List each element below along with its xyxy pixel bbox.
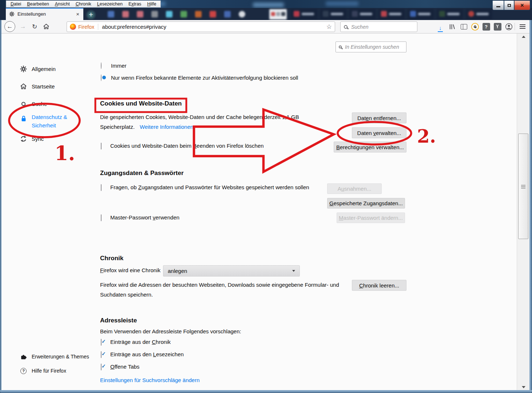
sidebar-item-datenschutz[interactable]: Datenschutz & Sicherheit — [20, 113, 67, 121]
section-heading-cookies: Cookies und Website-Daten — [100, 99, 182, 108]
select-chronik-mode[interactable]: anlegen — [163, 265, 300, 277]
minimize-icon — [496, 6, 500, 7]
checkbox-icon — [101, 214, 102, 221]
navigation-toolbar: ← → ↻ Firefox about:preferences#privacy … — [0, 20, 532, 33]
blurred-tabs[interactable] — [103, 8, 493, 20]
checkbox-offene-tabs-label: Offene Tabs — [110, 364, 139, 370]
library-button[interactable] — [447, 22, 457, 31]
toolbar-separator — [515, 23, 515, 30]
checkbox-fragen-label: Fragen, ob Zugangsdaten und Passwörter f… — [110, 184, 309, 190]
reload-button[interactable]: ↻ — [29, 21, 40, 32]
menu-item-lesezeichen[interactable]: Lesezeichen — [94, 1, 126, 7]
chronik-select-label: Firefox wird eine Chronik — [100, 267, 160, 273]
checkbox-master-label: Master-Passwort verwenden — [110, 214, 179, 221]
button-chronik-leeren[interactable]: Chronik leeren... — [352, 280, 406, 291]
blurred-title-text-2 — [326, 1, 358, 6]
tab-close-icon[interactable]: × — [75, 11, 80, 17]
home-icon — [43, 23, 49, 30]
menu-item-ansicht[interactable]: Ansicht — [52, 1, 73, 7]
urlbar[interactable]: Firefox about:preferences#privacy ☆ — [67, 21, 335, 32]
checkbox-cookies-loeschen-label: Cookies und Website-Daten beim Beenden v… — [110, 143, 264, 149]
menu-item-hilfe[interactable]: Hilfe — [144, 1, 159, 7]
button-berechtigungen-verwalten[interactable]: Berechtigungen verwalten... — [334, 142, 406, 152]
urlbar-url[interactable]: about:preferences#privacy — [102, 24, 326, 30]
account-icon — [505, 23, 513, 31]
window-minimize-button[interactable] — [492, 1, 504, 10]
menu-item-bearbeiten[interactable]: Bearbeiten — [24, 1, 52, 7]
scrollbar-up-button[interactable] — [517, 33, 530, 40]
settings-search[interactable] — [336, 41, 406, 52]
window-border-left — [0, 20, 1, 393]
sidebar-item-startseite[interactable]: Startseite — [20, 82, 55, 90]
button-master-passwort-aendern[interactable]: Master-Passwort ändern... — [337, 213, 405, 223]
scrollbar-down-button[interactable] — [517, 384, 530, 390]
extension-help-button[interactable]: ? — [481, 22, 491, 31]
checkbox-cookies-loeschen[interactable] — [101, 143, 102, 150]
identity-label: Firefox — [78, 24, 94, 30]
menu-item-chronik[interactable]: Chronik — [73, 1, 94, 7]
sidebars-button[interactable] — [459, 22, 469, 31]
app-menu-button[interactable] — [517, 22, 528, 31]
window-titlebar: Datei Bearbeiten Ansicht Chronik Lesezei… — [0, 0, 532, 8]
arrow-up-icon — [522, 36, 525, 38]
extension-search-button[interactable] — [470, 22, 480, 31]
link-weitere-informationen[interactable]: Weitere Informationen — [140, 124, 193, 130]
radio-immer[interactable] — [101, 63, 102, 69]
checkbox-eintraege-chronik[interactable] — [101, 339, 102, 346]
settings-page: Allgemein Startseite Suche Datenschutz &… — [0, 33, 517, 390]
identity-badge[interactable]: Firefox — [70, 24, 98, 30]
home-button[interactable] — [41, 21, 52, 32]
radio-immer-label: Immer — [111, 63, 127, 69]
downloads-button[interactable]: ↓ — [435, 22, 445, 31]
menu-item-datei[interactable]: Datei — [8, 1, 24, 7]
puzzle-icon — [20, 353, 27, 360]
home-icon — [20, 83, 27, 90]
chronik-description-line2: Suchdaten speichern. — [100, 291, 153, 298]
adressleiste-intro: Beim Verwenden der Adressleiste Folgende… — [100, 328, 241, 334]
gear-icon — [20, 66, 27, 72]
browser-search-input[interactable] — [350, 24, 414, 30]
account-button[interactable] — [504, 22, 514, 31]
button-daten-entfernen[interactable]: Daten entfernen... — [352, 112, 406, 123]
menubar: Datei Bearbeiten Ansicht Chronik Lesezei… — [6, 0, 161, 8]
settings-search-input[interactable] — [344, 44, 403, 50]
button-daten-verwalten[interactable]: Daten verwalten... — [352, 127, 406, 138]
checkbox-fragen-zugangsdaten[interactable] — [101, 184, 102, 191]
forward-button[interactable]: → — [17, 21, 28, 32]
menu-item-extras[interactable]: Extras — [126, 1, 144, 7]
section-heading-logins: Zugangsdaten & Passwörter — [100, 170, 184, 177]
scrollbar[interactable] — [517, 33, 529, 390]
checkbox-offene-tabs[interactable] — [101, 364, 102, 370]
bookmark-star-icon[interactable]: ☆ — [326, 23, 332, 31]
extension-clipper-button[interactable] — [492, 22, 503, 31]
back-button[interactable]: ← — [4, 21, 15, 32]
sidebar-item-sync[interactable]: Sync — [20, 135, 44, 143]
window-border-bottom — [0, 390, 532, 393]
lock-icon — [20, 115, 27, 122]
hamburger-icon — [520, 26, 525, 27]
section-heading-chronik: Chronik — [100, 255, 123, 262]
checkbox-master-passwort[interactable] — [101, 215, 102, 221]
checkbox-checked-icon — [101, 351, 102, 358]
checkbox-checked-icon — [101, 339, 102, 346]
button-gespeicherte-zugangsdaten[interactable]: Gespeicherte Zugangsdaten... — [327, 198, 405, 209]
tab-strip: Einstellungen × + — [0, 8, 532, 20]
browser-search[interactable] — [340, 21, 417, 32]
checkbox-eintraege-lesezeichen[interactable] — [101, 352, 102, 358]
checkbox-icon — [101, 143, 102, 150]
tab-title: Einstellungen — [17, 11, 75, 17]
radio-nur-wenn-bekannt[interactable] — [101, 75, 102, 81]
sidebar-item-suche[interactable]: Suche — [20, 100, 47, 108]
sidebar-item-erweiterungen[interactable]: Erweiterungen & Themes — [20, 353, 89, 361]
checkbox-eintraege-lesezeichen-label: Einträge aus den Lesezeichen — [110, 351, 184, 357]
sidebar-item-allgemein[interactable]: Allgemein — [20, 65, 56, 73]
window-maximize-button[interactable] — [504, 1, 514, 10]
window-close-button[interactable]: × — [514, 1, 530, 10]
sidebar-item-hilfe[interactable]: ? Hilfe für Firefox — [20, 367, 66, 375]
window-border-right — [529, 20, 532, 393]
scrollbar-thumb[interactable] — [518, 134, 528, 239]
tab-einstellungen[interactable]: Einstellungen × — [6, 8, 83, 20]
button-ausnahmen[interactable]: Ausnahmen... — [327, 183, 382, 194]
link-suchvorschlaege-aendern[interactable]: Einstellungen für Suchvorschläge ändern — [100, 377, 200, 383]
new-tab-button[interactable]: + — [85, 9, 97, 20]
